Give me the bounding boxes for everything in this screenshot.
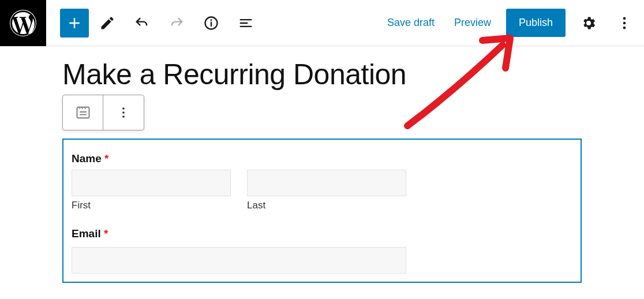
first-name-col: First xyxy=(72,170,231,211)
info-button[interactable] xyxy=(195,7,227,39)
svg-point-3 xyxy=(211,19,212,21)
toolbar-left xyxy=(60,7,262,39)
info-icon xyxy=(203,15,219,31)
redo-icon xyxy=(169,15,185,31)
wordpress-logo[interactable] xyxy=(0,0,46,46)
svg-point-5 xyxy=(623,21,626,24)
toolbar-right: Save draft Preview Publish xyxy=(383,9,637,37)
email-label-text: Email xyxy=(72,227,101,240)
gear-icon xyxy=(581,15,597,31)
undo-button[interactable] xyxy=(126,7,158,39)
required-indicator: * xyxy=(104,152,108,165)
page-title[interactable]: Make a Recurring Donation xyxy=(62,58,582,91)
editor-topbar: Save draft Preview Publish xyxy=(0,0,644,46)
block-type-button[interactable] xyxy=(63,95,103,130)
form-block[interactable]: Name * First Last Email * xyxy=(62,139,582,283)
svg-rect-7 xyxy=(77,107,89,118)
preview-button[interactable]: Preview xyxy=(450,11,496,35)
add-block-button[interactable] xyxy=(60,9,89,38)
svg-point-6 xyxy=(623,26,626,29)
email-input[interactable] xyxy=(72,247,406,274)
block-more-button[interactable] xyxy=(103,95,144,130)
last-name-input[interactable] xyxy=(247,170,406,196)
save-draft-button[interactable]: Save draft xyxy=(383,11,439,35)
svg-point-4 xyxy=(623,17,626,20)
more-vertical-icon xyxy=(616,15,632,31)
plus-icon xyxy=(66,14,83,32)
svg-point-10 xyxy=(122,115,125,118)
editor-content: Make a Recurring Donation Name * First xyxy=(0,46,644,283)
last-name-sublabel: Last xyxy=(247,200,406,211)
settings-button[interactable] xyxy=(576,10,601,36)
more-vertical-icon xyxy=(115,104,132,121)
outline-button[interactable] xyxy=(230,7,262,39)
first-name-input[interactable] xyxy=(72,170,231,196)
name-label-text: Name xyxy=(72,152,102,165)
last-name-col: Last xyxy=(247,170,406,211)
undo-icon xyxy=(134,15,150,31)
svg-point-9 xyxy=(122,111,125,114)
required-indicator: * xyxy=(104,227,108,240)
redo-button[interactable] xyxy=(160,7,193,39)
more-options-button[interactable] xyxy=(612,10,637,36)
svg-point-8 xyxy=(122,107,125,110)
svg-rect-2 xyxy=(211,21,212,26)
list-view-icon xyxy=(238,15,254,31)
name-label: Name * xyxy=(72,152,572,165)
form-icon xyxy=(75,104,91,121)
name-row: First Last xyxy=(72,170,572,211)
block-toolbar xyxy=(62,95,144,130)
wordpress-icon xyxy=(9,9,38,38)
pencil-icon xyxy=(99,15,115,31)
publish-button[interactable]: Publish xyxy=(506,9,566,37)
edit-mode-button[interactable] xyxy=(91,7,123,39)
first-name-sublabel: First xyxy=(72,200,231,211)
email-label: Email * xyxy=(72,227,572,240)
